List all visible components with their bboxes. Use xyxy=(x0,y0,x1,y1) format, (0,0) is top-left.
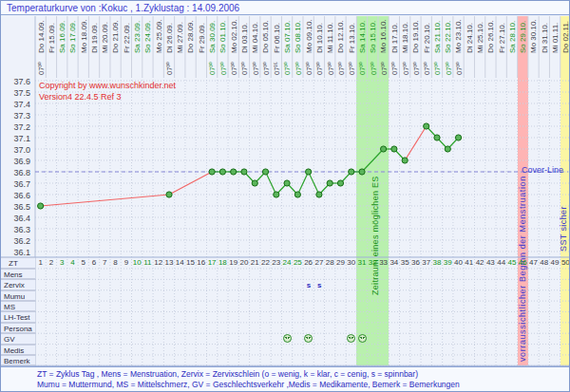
cycle-day-number: 3 xyxy=(57,258,67,267)
temp-point xyxy=(381,146,387,152)
cycle-day-number: 35 xyxy=(400,258,410,267)
temp-point xyxy=(455,135,461,140)
temp-point xyxy=(252,180,257,186)
temp-point xyxy=(327,180,332,186)
cycle-day-number: 39 xyxy=(443,258,453,267)
date-label: So 01.10. xyxy=(218,21,228,53)
cycle-day-number: 41 xyxy=(464,258,474,267)
y-axis-tick: 36.6 xyxy=(1,191,30,200)
cycle-day-number: 17 xyxy=(206,258,217,267)
cycle-day-number: 12 xyxy=(153,258,163,267)
y-axis-tick: 37.3 xyxy=(1,111,30,121)
cycle-day-number: 21 xyxy=(250,258,260,267)
cycle-day-number: 31 xyxy=(356,258,367,267)
date-label: Fr 20.10. xyxy=(423,23,432,53)
date-label: Do 19.10. xyxy=(411,20,421,53)
temp-point xyxy=(166,192,172,197)
cycle-day-number: 23 xyxy=(271,258,281,267)
cycle-day-number: 13 xyxy=(163,258,174,267)
date-label: Fr 22.09. xyxy=(123,23,132,53)
temp-point xyxy=(274,192,279,197)
wakeup-time-label: 07³⁰ xyxy=(219,62,229,75)
date-label: Fr 27.10. xyxy=(498,23,507,53)
row-label-ms: MS xyxy=(1,301,35,311)
zervix-entry: s xyxy=(317,281,321,289)
date-label: So 29.10. xyxy=(519,21,528,53)
wakeup-time-label: 07³⁰ xyxy=(380,62,390,75)
temp-point xyxy=(209,169,215,175)
date-label: Mi 20.09. xyxy=(101,22,110,53)
date-label: Do 26.10. xyxy=(486,20,496,53)
y-axis-tick: 36.8 xyxy=(1,168,30,177)
cycle-day-number: 29 xyxy=(335,258,346,267)
date-label: Mi 18.10. xyxy=(401,22,410,53)
temp-point xyxy=(349,169,354,175)
cycle-day-number: 28 xyxy=(325,258,335,267)
date-label: Sa 23.09. xyxy=(133,21,142,53)
date-label: Do 28.09. xyxy=(186,20,196,53)
date-label: Do 14.09. xyxy=(37,20,47,53)
wakeup-time-label: 07³⁰ xyxy=(423,62,432,75)
wakeup-time-label: 07³⁰ xyxy=(390,62,400,75)
cycle-day-number: 34 xyxy=(389,258,399,267)
date-label: Sa 16.09. xyxy=(58,21,67,53)
cycle-day-number: 6 xyxy=(88,258,99,267)
cycle-day-number: 16 xyxy=(196,258,206,267)
cycle-day-number: 10 xyxy=(132,258,142,267)
cycle-day-number: 15 xyxy=(185,258,196,267)
row-label-mumu: Mumu xyxy=(1,290,35,301)
cycle-day-number: 25 xyxy=(293,258,303,267)
y-axis-tick: 37.4 xyxy=(1,100,30,109)
cycle-day-number: 44 xyxy=(496,258,506,267)
date-label: Mo 23.10. xyxy=(454,19,464,53)
row-label-bemerk: Bemerk xyxy=(1,355,35,365)
date-label: Di 17.10. xyxy=(390,23,400,53)
wakeup-time-label: 07³⁰ xyxy=(327,62,336,75)
es-band-label: Zeitraum eines möglichen ES xyxy=(370,176,380,295)
cycle-day-number: 43 xyxy=(485,258,496,267)
temp-point xyxy=(359,169,365,175)
wakeup-time-label: 07³⁰ xyxy=(370,62,379,75)
row-label-gv: GV xyxy=(1,333,35,344)
date-label: Di 03.10. xyxy=(240,23,250,53)
date-label: So 22.10. xyxy=(444,21,453,53)
cycle-day-number: 4 xyxy=(67,258,78,267)
date-label: Di 26.09. xyxy=(165,23,175,53)
y-axis-tick: 36.2 xyxy=(1,236,30,246)
date-label: Sa 21.10. xyxy=(433,21,443,53)
date-label: Di 24.10. xyxy=(466,23,475,53)
cover-line-label: Cover-Line xyxy=(522,165,563,175)
sst-band-label: SST sicher xyxy=(559,206,568,252)
temp-point xyxy=(316,192,322,197)
wakeup-time-label: 07³⁰ xyxy=(348,62,357,75)
cycle-day-number: 5 xyxy=(78,258,88,267)
wakeup-time-label: 07³⁰ xyxy=(402,62,411,75)
wakeup-time-label: 07³⁰ xyxy=(240,62,250,75)
y-axis-tick: 36.5 xyxy=(1,202,30,212)
cycle-day-number: 14 xyxy=(175,258,185,267)
temp-point xyxy=(306,169,312,175)
y-axis-tick: 37.6 xyxy=(1,77,30,86)
legend-line2: Mumu = Muttermund, MS = Mittelschmerz, G… xyxy=(37,380,569,390)
row-label-lh-test: LH-Test xyxy=(1,311,35,322)
cycle-day-number: 7 xyxy=(100,258,110,267)
wakeup-time-label: 07³⁰ xyxy=(283,62,293,75)
row-label-zt: ZT xyxy=(1,257,35,269)
temp-point xyxy=(294,192,300,197)
row-label-persona: Persona xyxy=(1,323,35,333)
cycle-day-number: 47 xyxy=(528,258,539,267)
date-label: Mi 11.10. xyxy=(326,23,335,53)
date-label: Di 10.10. xyxy=(315,23,325,53)
date-label: Do 05.10. xyxy=(261,20,271,53)
date-label: Sa 28.10. xyxy=(508,21,518,53)
date-label: Do 21.09. xyxy=(111,20,121,53)
temp-point xyxy=(231,169,237,175)
legend-line1: ZT = Zyklus Tag , Mens = Menstruation, Z… xyxy=(37,369,569,380)
cycle-day-number: 20 xyxy=(238,258,249,267)
wakeup-time-label: 07³⁰ xyxy=(445,62,454,75)
cycle-day-number: 22 xyxy=(260,258,271,267)
cycle-day-number: 42 xyxy=(474,258,484,267)
cycle-day-number: 50 xyxy=(560,258,570,267)
temp-point xyxy=(219,169,225,175)
y-axis-tick: 36.7 xyxy=(1,179,30,189)
